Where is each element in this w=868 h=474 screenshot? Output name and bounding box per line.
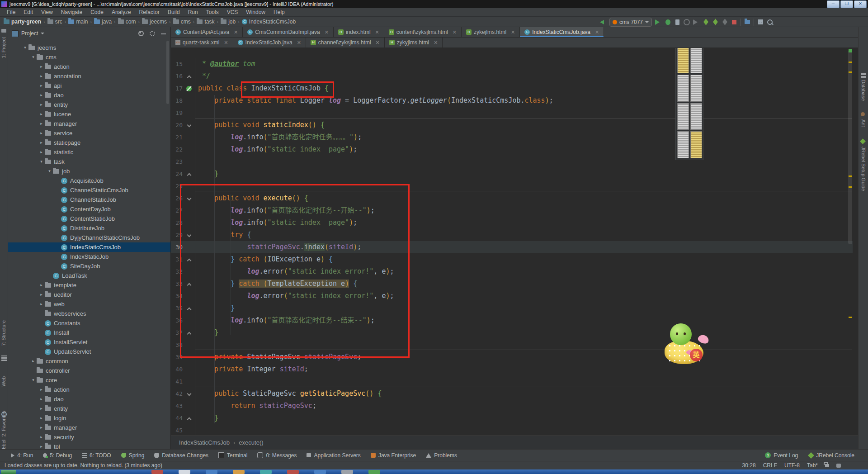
tool-window-button-problems[interactable]: Problems <box>426 452 457 459</box>
chevron-collapsed-icon[interactable]: ▸ <box>38 413 45 423</box>
tree-item-service[interactable]: ▸service <box>8 128 170 138</box>
chevron-collapsed-icon[interactable]: ▸ <box>38 138 45 147</box>
tool-window-button-terminal[interactable]: Terminal <box>218 452 247 459</box>
tree-item-jeecms[interactable]: ▾jeecms <box>8 43 170 52</box>
code-line-23[interactable]: 23 <box>171 156 853 168</box>
chevron-collapsed-icon[interactable]: ▸ <box>38 90 45 100</box>
file-encoding[interactable]: UTF-8 <box>784 462 800 469</box>
nav-crumb-jeecms[interactable]: jeecms <box>142 19 167 25</box>
minimize-button[interactable]: ─ <box>827 0 840 8</box>
chevron-collapsed-icon[interactable]: ▸ <box>38 119 45 128</box>
chevron-collapsed-icon[interactable]: ▸ <box>38 290 45 299</box>
fold-up-icon[interactable] <box>183 70 195 82</box>
tree-item-job[interactable]: ▾job <box>8 166 170 176</box>
code-line-37[interactable]: 37 } <box>171 327 853 339</box>
tool-window-button-java-enterprise[interactable]: Java Enterprise <box>371 452 416 459</box>
project-scrollbar[interactable] <box>166 41 169 104</box>
code-line-41[interactable]: 41 <box>171 375 853 388</box>
tree-item-staticpage[interactable]: ▸staticpage <box>8 138 170 147</box>
close-icon[interactable]: ✕ <box>234 29 238 35</box>
stop-button[interactable] <box>731 19 737 25</box>
tree-item-ChannelStaticCmsJob[interactable]: CChannelStaticCmsJob <box>8 185 170 195</box>
code-line-39[interactable]: 39 private StaticPageSvc staticPageSvc; <box>171 351 853 363</box>
stripe-button-database[interactable]: Database <box>861 80 866 101</box>
tree-item-common[interactable]: ▸common <box>8 356 170 366</box>
fold-down-icon[interactable] <box>183 388 195 400</box>
editor-tab-cmscommondaoimpl-java[interactable]: CCmsCommonDaoImpl.java✕ <box>243 27 334 37</box>
close-icon[interactable]: ✕ <box>453 29 457 35</box>
code-line-45[interactable]: 45 <box>171 424 853 436</box>
chevron-collapsed-icon[interactable]: ▸ <box>38 128 45 138</box>
menu-item-tools[interactable]: Tools <box>202 9 223 15</box>
editor-tab-channel-zyksjlms-html[interactable]: Hchannel\zyksjlms.html✕ <box>306 38 385 47</box>
chevron-down-icon[interactable] <box>41 33 44 34</box>
line-ending[interactable]: CRLF <box>763 462 777 469</box>
menu-item-help[interactable]: Help <box>269 9 289 15</box>
code-line-40[interactable]: 40 private Integer siteId; <box>171 363 853 375</box>
locate-file-button[interactable] <box>138 31 144 37</box>
chevron-collapsed-icon[interactable]: ▸ <box>38 100 45 109</box>
highlighting-level-icon[interactable] <box>836 464 841 468</box>
tree-item-core[interactable]: ▾core <box>8 375 170 385</box>
chevron-collapsed-icon[interactable]: ▸ <box>38 109 45 119</box>
lock-icon[interactable] <box>825 464 829 467</box>
code-line-34[interactable]: 34 log.error("static index error!", e); <box>171 290 853 302</box>
chevron-collapsed-icon[interactable]: ▸ <box>38 442 45 449</box>
close-icon[interactable]: ✕ <box>511 29 515 35</box>
tree-item-web[interactable]: ▸web <box>8 299 170 309</box>
menu-item-view[interactable]: View <box>37 9 57 15</box>
tree-item-UpdateServlet[interactable]: CUpdateServlet <box>8 347 170 356</box>
tree-item-annotation[interactable]: ▸annotation <box>8 71 170 81</box>
stripe-button-7-structure[interactable]: 7: Structure <box>1 320 6 346</box>
menu-item-code[interactable]: Code <box>86 9 108 15</box>
fold-up-icon[interactable] <box>183 278 195 290</box>
back-arrow-icon[interactable] <box>600 19 606 25</box>
code-line-16[interactable]: 16 */ <box>171 70 853 82</box>
tree-item-api[interactable]: ▸api <box>8 81 170 90</box>
warning-stripe-mark[interactable] <box>849 175 852 177</box>
menu-item-navigate[interactable]: Navigate <box>57 9 86 15</box>
editor-tab-quartz-task-xml[interactable]: <>quartz-task.xml✕ <box>171 38 233 47</box>
tree-item-ContentStaticJob[interactable]: CContentStaticJob <box>8 214 170 223</box>
code-line-17[interactable]: 17public class IndexStaticCmsJob { <box>171 82 853 95</box>
editor-tab-indexstaticjob-java[interactable]: CIndexStaticJob.java✕ <box>233 38 306 47</box>
nav-crumb-task[interactable]: task <box>197 19 214 25</box>
tree-item-manager[interactable]: ▸manager <box>8 423 170 432</box>
code-line-27[interactable]: 27 log.info("首页静态化定时任务--开始--"); <box>171 204 853 217</box>
chevron-expanded-icon[interactable]: ▾ <box>38 157 45 166</box>
search-everywhere-button[interactable] <box>767 19 773 25</box>
fold-up-icon[interactable] <box>183 168 195 180</box>
code-line-26[interactable]: 26 public void execute() { <box>171 192 853 204</box>
fold-down-icon[interactable] <box>183 192 195 204</box>
tree-item-ContentDayJob[interactable]: CContentDayJob <box>8 204 170 214</box>
tree-item-ChannelStaticJob[interactable]: CChannelStaticJob <box>8 195 170 204</box>
code-line-31[interactable]: 31 } catch (IOException e) { <box>171 253 853 265</box>
nav-crumb-party-green[interactable]: party-green <box>4 19 41 25</box>
code-line-28[interactable]: 28 log.info("static index page"); <box>171 217 853 229</box>
editor-tab-zykyjlms-html[interactable]: Hzykyjlms.html✕ <box>385 38 443 47</box>
tool-window-button-database-changes[interactable]: Database Changes <box>154 452 208 459</box>
nav-crumb-main[interactable]: main <box>68 19 88 25</box>
fold-down-icon[interactable] <box>183 229 195 241</box>
chevron-collapsed-icon[interactable]: ▸ <box>38 299 45 309</box>
jrebel-run-button[interactable] <box>703 19 709 25</box>
indent-style[interactable]: Tab* <box>807 462 818 469</box>
maximize-button[interactable]: ❐ <box>840 0 853 8</box>
code-line-15[interactable]: 15 * @author tom <box>171 58 853 70</box>
close-icon[interactable]: ✕ <box>434 40 438 46</box>
menu-item-edit[interactable]: Edit <box>19 9 37 15</box>
code-line-33[interactable]: 33 } catch (TemplateException e) { <box>171 278 853 290</box>
tree-item-task[interactable]: ▾task <box>8 157 170 166</box>
editor-tab-indexstaticcmsjob-java[interactable]: CIndexStaticCmsJob.java✕ <box>520 27 604 37</box>
tree-item-IndexStaticCmsJob[interactable]: CIndexStaticCmsJob <box>8 242 170 252</box>
warning-stripe-mark[interactable] <box>849 71 852 73</box>
close-icon[interactable]: ✕ <box>375 29 379 35</box>
tree-item-action[interactable]: ▸action <box>8 385 170 394</box>
tree-item-LoadTask[interactable]: CLoadTask <box>8 271 170 280</box>
chevron-expanded-icon[interactable]: ▾ <box>46 166 53 176</box>
editor-tab-content-zyksjlms-html[interactable]: Hcontent\zyksjlms.html✕ <box>384 27 462 37</box>
project-panel-title[interactable]: Project <box>21 30 38 37</box>
debug-button[interactable] <box>665 19 671 25</box>
tool-window-button-6-todo[interactable]: 6: TODO <box>82 452 111 459</box>
fold-down-icon[interactable] <box>183 119 195 131</box>
